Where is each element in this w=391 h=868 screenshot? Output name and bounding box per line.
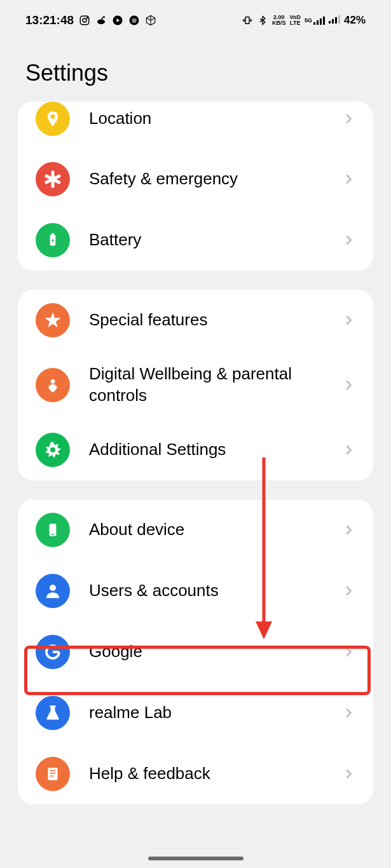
chevron-right-icon bbox=[341, 523, 355, 537]
svg-point-1 bbox=[83, 18, 86, 22]
page-title: Settings bbox=[25, 60, 366, 86]
chevron-right-icon bbox=[341, 172, 355, 186]
location-icon bbox=[36, 102, 70, 136]
person-icon bbox=[36, 574, 70, 608]
status-time: 13:21:48 bbox=[25, 13, 74, 27]
battery-percent: 42% bbox=[344, 14, 366, 27]
item-label: Users & accounts bbox=[89, 580, 341, 602]
phone-icon bbox=[36, 513, 70, 547]
svg-rect-9 bbox=[317, 20, 319, 25]
svg-point-3 bbox=[97, 20, 105, 25]
settings-item-help[interactable]: Help & feedback bbox=[18, 743, 373, 804]
svg-rect-7 bbox=[245, 17, 249, 24]
settings-item-realme-lab[interactable]: realme Lab bbox=[18, 682, 373, 743]
nav-handle[interactable] bbox=[148, 857, 244, 860]
chevron-right-icon bbox=[341, 378, 355, 392]
chevron-right-icon bbox=[341, 645, 355, 659]
settings-item-safety[interactable]: Safety & emergency bbox=[18, 149, 373, 210]
chevron-right-icon bbox=[341, 767, 355, 781]
net-speed: 2.00 KB/S bbox=[272, 15, 286, 26]
heart-person-icon bbox=[36, 368, 70, 402]
svg-rect-13 bbox=[332, 19, 334, 24]
svg-rect-25 bbox=[48, 768, 57, 780]
item-label: Safety & emergency bbox=[89, 168, 341, 190]
status-right: 2.00 KB/S VoD LTE 5G 42% bbox=[242, 14, 366, 27]
item-label: Help & feedback bbox=[89, 763, 341, 785]
svg-point-19 bbox=[51, 379, 55, 383]
svg-rect-15 bbox=[338, 15, 340, 24]
settings-group-1: Location Safety & emergency Battery bbox=[18, 102, 373, 271]
svg-rect-11 bbox=[323, 17, 325, 25]
chevron-right-icon bbox=[341, 112, 355, 126]
svg-point-16 bbox=[51, 114, 55, 119]
hexagon-icon bbox=[145, 15, 156, 26]
svg-rect-8 bbox=[313, 22, 315, 25]
chevron-right-icon bbox=[341, 584, 355, 598]
play-circle-icon bbox=[112, 15, 123, 26]
chevron-right-icon bbox=[341, 706, 355, 720]
star-icon bbox=[36, 303, 70, 337]
svg-rect-10 bbox=[320, 18, 322, 25]
item-label: Location bbox=[89, 108, 341, 130]
chevron-right-icon bbox=[341, 313, 355, 327]
book-icon bbox=[36, 757, 70, 791]
svg-rect-18 bbox=[51, 233, 54, 235]
item-label: Digital Wellbeing & parental controls bbox=[89, 363, 341, 407]
settings-item-wellbeing[interactable]: Digital Wellbeing & parental controls bbox=[18, 351, 373, 419]
settings-item-location[interactable]: Location bbox=[18, 102, 373, 149]
asterisk-icon bbox=[36, 162, 70, 196]
bluetooth-icon bbox=[257, 15, 268, 26]
settings-item-additional[interactable]: Additional Settings bbox=[18, 419, 373, 480]
svg-point-23 bbox=[50, 585, 56, 591]
status-bar: 13:21:48 2.00 KB/S VoD LTE bbox=[0, 0, 391, 41]
volte-indicator: VoD LTE bbox=[290, 15, 301, 26]
svg-rect-12 bbox=[329, 21, 331, 24]
svg-point-20 bbox=[50, 447, 55, 452]
google-icon bbox=[36, 635, 70, 669]
settings-item-special-features[interactable]: Special features bbox=[18, 290, 373, 351]
svg-rect-14 bbox=[335, 17, 337, 24]
gear-star-icon bbox=[36, 433, 70, 467]
header: Settings bbox=[0, 41, 391, 102]
signal-5g: 5G bbox=[305, 16, 325, 25]
reddit-icon bbox=[95, 15, 107, 26]
flask-icon bbox=[36, 696, 70, 730]
item-label: Additional Settings bbox=[89, 439, 341, 461]
svg-point-2 bbox=[86, 17, 88, 18]
item-label: Google bbox=[89, 641, 341, 663]
chevron-right-icon bbox=[341, 233, 355, 247]
settings-group-2: Special features Digital Wellbeing & par… bbox=[18, 290, 373, 480]
spotify-icon bbox=[128, 15, 140, 26]
settings-item-users-accounts[interactable]: Users & accounts bbox=[18, 560, 373, 621]
settings-item-about-device[interactable]: About device bbox=[18, 499, 373, 560]
signal-icon bbox=[329, 14, 340, 27]
battery-icon bbox=[36, 223, 70, 257]
item-label: About device bbox=[89, 519, 341, 541]
status-left: 13:21:48 bbox=[25, 13, 156, 27]
item-label: realme Lab bbox=[89, 702, 341, 724]
chevron-right-icon bbox=[341, 443, 355, 457]
vibrate-icon bbox=[242, 15, 253, 26]
settings-item-battery[interactable]: Battery bbox=[18, 210, 373, 271]
item-label: Special features bbox=[89, 309, 341, 331]
instagram-icon bbox=[79, 15, 90, 26]
item-label: Battery bbox=[89, 229, 341, 251]
settings-group-3: About device Users & accounts Google rea… bbox=[18, 499, 373, 804]
settings-item-google[interactable]: Google bbox=[18, 621, 373, 682]
svg-rect-24 bbox=[50, 705, 55, 707]
svg-rect-22 bbox=[51, 534, 54, 535]
